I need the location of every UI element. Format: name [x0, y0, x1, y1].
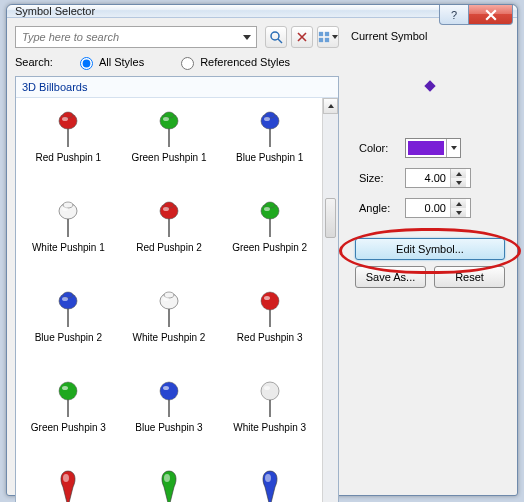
- svg-point-25: [163, 207, 169, 211]
- gallery-item[interactable]: White Pushpin 3: [219, 374, 320, 464]
- symbol-icon: [251, 196, 289, 240]
- svg-rect-2: [319, 32, 323, 36]
- svg-point-46: [163, 386, 169, 390]
- gallery-item[interactable]: White Pushpin 2: [119, 284, 220, 374]
- angle-up-button[interactable]: [451, 199, 466, 208]
- scroll-thumb[interactable]: [325, 198, 336, 238]
- gallery-item[interactable]: Blue Pushpin 2: [18, 284, 119, 374]
- svg-point-49: [264, 386, 270, 390]
- svg-point-17: [264, 117, 270, 121]
- svg-point-51: [164, 474, 170, 482]
- search-scope-label: Search:: [15, 56, 53, 68]
- gallery-item[interactable]: [219, 464, 320, 502]
- clear-search-button[interactable]: [291, 26, 313, 48]
- save-as-button[interactable]: Save As...: [355, 266, 426, 288]
- gallery-item-label: Red Pushpin 3: [237, 332, 303, 343]
- help-icon: ?: [451, 9, 457, 21]
- gallery-scrollbar[interactable]: [322, 98, 338, 502]
- size-input[interactable]: [406, 169, 450, 187]
- symbol-icon: [150, 466, 188, 502]
- radio-ref-styles[interactable]: Referenced Styles: [176, 54, 290, 70]
- angle-input[interactable]: [406, 199, 450, 217]
- svg-rect-5: [325, 38, 329, 42]
- gallery-item[interactable]: Red Pushpin 1: [18, 104, 119, 194]
- current-symbol-label: Current Symbol: [351, 30, 509, 42]
- titlebar: Symbol Selector ?: [7, 5, 517, 18]
- gallery-item-label: Green Pushpin 2: [232, 242, 307, 253]
- scroll-up-button[interactable]: [323, 98, 338, 114]
- symbol-selector-dialog: Symbol Selector ?: [6, 4, 518, 496]
- reset-button[interactable]: Reset: [434, 266, 505, 288]
- gallery-item[interactable]: [18, 464, 119, 502]
- window-title: Symbol Selector: [15, 5, 95, 17]
- radio-ref-input[interactable]: [181, 57, 194, 70]
- gallery-item-label: Red Pushpin 2: [136, 242, 202, 253]
- radio-all-styles[interactable]: All Styles: [75, 54, 144, 70]
- search-input[interactable]: [15, 26, 257, 48]
- svg-point-21: [62, 207, 68, 211]
- gallery-item-label: White Pushpin 2: [133, 332, 206, 343]
- x-sparkle-icon: [295, 30, 309, 44]
- symbol-icon: [150, 286, 188, 330]
- search-dropdown-arrow-icon[interactable]: [243, 35, 251, 40]
- gallery-item[interactable]: Green Pushpin 1: [119, 104, 220, 194]
- svg-rect-4: [319, 38, 323, 42]
- svg-point-52: [265, 474, 271, 482]
- symbol-icon: [49, 196, 87, 240]
- symbol-icon: [150, 376, 188, 420]
- size-label: Size:: [359, 172, 405, 184]
- chevron-down-icon: [332, 35, 338, 39]
- color-dropdown-arrow-icon[interactable]: [446, 139, 460, 157]
- svg-point-29: [264, 207, 270, 211]
- gallery-item[interactable]: Red Pushpin 3: [219, 284, 320, 374]
- gallery-item-label: Blue Pushpin 3: [135, 422, 202, 433]
- symbol-icon: [49, 106, 87, 150]
- gallery-item[interactable]: Red Pushpin 2: [119, 194, 220, 284]
- symbol-icon: [251, 466, 289, 502]
- symbol-icon: [49, 376, 87, 420]
- gallery-item-label: Blue Pushpin 1: [236, 152, 303, 163]
- svg-line-1: [278, 39, 282, 43]
- gallery-item[interactable]: Green Pushpin 2: [219, 194, 320, 284]
- color-swatch-icon: [408, 141, 444, 155]
- svg-point-33: [62, 297, 68, 301]
- help-button[interactable]: ?: [439, 5, 469, 25]
- color-picker[interactable]: [405, 138, 461, 158]
- symbol-gallery: 3D Billboards Red Pushpin 1Green Pushpin…: [15, 76, 339, 502]
- close-icon: [485, 9, 497, 21]
- gallery-group-header: 3D Billboards: [16, 77, 338, 98]
- svg-point-45: [160, 382, 178, 400]
- radio-all-input[interactable]: [80, 57, 93, 70]
- search-go-button[interactable]: [265, 26, 287, 48]
- angle-spinner[interactable]: [405, 198, 471, 218]
- size-up-button[interactable]: [451, 169, 466, 178]
- close-button[interactable]: [469, 5, 513, 25]
- gallery-item[interactable]: Green Pushpin 3: [18, 374, 119, 464]
- gallery-item[interactable]: Blue Pushpin 3: [119, 374, 220, 464]
- size-spinner[interactable]: [405, 168, 471, 188]
- svg-point-0: [271, 32, 279, 40]
- symbol-preview: [351, 46, 509, 126]
- gallery-item[interactable]: White Pushpin 1: [18, 194, 119, 284]
- svg-point-48: [261, 382, 279, 400]
- svg-point-50: [63, 474, 69, 482]
- symbol-icon: [150, 106, 188, 150]
- edit-symbol-button[interactable]: Edit Symbol...: [355, 238, 505, 260]
- svg-point-43: [62, 386, 68, 390]
- grid-view-icon: [318, 30, 330, 44]
- symbol-icon: [49, 466, 87, 502]
- svg-point-13: [163, 117, 169, 121]
- angle-down-button[interactable]: [451, 208, 466, 217]
- gallery-item[interactable]: [119, 464, 220, 502]
- symbol-icon: [251, 286, 289, 330]
- view-mode-button[interactable]: [317, 26, 339, 48]
- gallery-item-label: Green Pushpin 1: [131, 152, 206, 163]
- gallery-item-label: White Pushpin 3: [233, 422, 306, 433]
- svg-point-40: [264, 296, 270, 300]
- gallery-item-label: White Pushpin 1: [32, 242, 105, 253]
- svg-point-9: [62, 117, 68, 121]
- chevron-up-icon: [328, 104, 334, 108]
- angle-label: Angle:: [359, 202, 405, 214]
- size-down-button[interactable]: [451, 178, 466, 187]
- gallery-item[interactable]: Blue Pushpin 1: [219, 104, 320, 194]
